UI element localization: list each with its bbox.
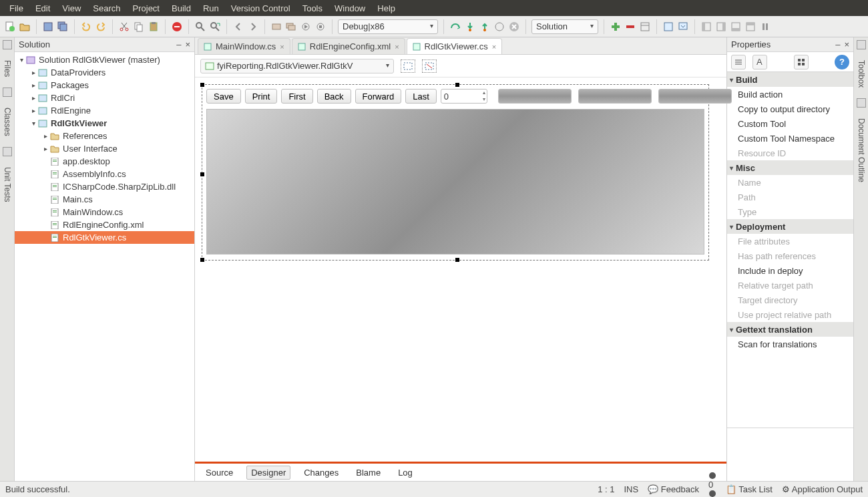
minimize-icon[interactable]: – — [835, 39, 840, 49]
gutter-label-files[interactable]: Files — [3, 59, 12, 78]
tree-node[interactable]: ▸User Interface — [15, 142, 194, 155]
property-row[interactable]: Custom Tool Namespace — [727, 131, 853, 146]
editor-tab[interactable]: RdlGtkViewer.cs× — [407, 38, 503, 54]
property-group-header[interactable]: Misc — [727, 160, 853, 175]
step-into-icon[interactable] — [464, 21, 476, 33]
property-row[interactable]: Use project relative path — [727, 307, 853, 322]
property-row[interactable]: Relative target path — [727, 278, 853, 293]
tree-node[interactable]: ▾RdlGtkViewer — [15, 117, 194, 130]
property-row[interactable]: Type — [727, 204, 853, 219]
gutter-icon[interactable] — [857, 98, 866, 108]
property-group-header[interactable]: Deployment — [727, 219, 853, 234]
new-file-icon[interactable] — [4, 21, 16, 33]
layout-icon[interactable] — [639, 21, 651, 33]
tree-node[interactable]: ▸RdlCri — [15, 92, 194, 104]
property-group-header[interactable]: Build — [727, 72, 853, 87]
close-tab-icon[interactable]: × — [280, 43, 284, 51]
tree-node[interactable]: RdlGtkViewer.cs — [15, 231, 194, 244]
step-over-icon[interactable] — [449, 21, 461, 33]
deselect-icon[interactable] — [422, 59, 437, 73]
menu-version-control[interactable]: Version Control — [226, 1, 296, 15]
run-icon[interactable] — [300, 21, 312, 33]
designer-surface[interactable]: SavePrintFirstBackForwardLast0▴▾ — [195, 77, 726, 462]
bottom-tab-changes[interactable]: Changes — [300, 466, 343, 479]
breadcrumb-combo[interactable]: fyiReporting.RdlGtkViewer.RdlGtkV — [200, 59, 394, 73]
menu-search[interactable]: Search — [87, 1, 126, 15]
menu-project[interactable]: Project — [128, 1, 165, 15]
menu-view[interactable]: View — [57, 1, 86, 15]
bottom-tab-log[interactable]: Log — [394, 466, 417, 479]
gutter-label-document-outline[interactable]: Document Outline — [857, 117, 866, 184]
property-row[interactable]: Include in deploy — [727, 263, 853, 278]
menu-file[interactable]: File — [4, 1, 29, 15]
editor-tab[interactable]: RdlEngineConfig.xml× — [292, 38, 405, 54]
menu-edit[interactable]: Edit — [30, 1, 55, 15]
config-combo[interactable]: Debug|x86 — [338, 19, 438, 34]
bottom-tab-source[interactable]: Source — [202, 466, 237, 479]
property-row[interactable]: Path — [727, 190, 853, 204]
gutter-icon[interactable] — [3, 88, 12, 97]
dock-left-icon[interactable] — [700, 21, 712, 33]
property-row[interactable]: Name — [727, 175, 853, 190]
continue-icon[interactable] — [493, 21, 505, 33]
feedback-button[interactable]: 💬 Feedback — [648, 484, 699, 494]
tree-node[interactable]: ICSharpCode.SharpZipLib.dll — [15, 180, 194, 193]
resize-handle[interactable] — [200, 172, 204, 176]
resize-handle[interactable] — [200, 258, 204, 262]
gutter-icon[interactable] — [3, 40, 12, 49]
categorized-icon[interactable] — [731, 55, 746, 69]
copy-icon[interactable] — [133, 21, 145, 33]
forward-button[interactable]: Forward — [355, 89, 402, 104]
save-button[interactable]: Save — [206, 89, 241, 104]
debug-icon[interactable] — [314, 21, 327, 33]
window-icon[interactable] — [662, 21, 674, 33]
solution-tree[interactable]: ▾Solution RdlGtkViewer (master)▸DataProv… — [15, 52, 194, 481]
close-icon[interactable]: × — [185, 39, 190, 49]
redo-icon[interactable] — [95, 21, 107, 33]
back-button[interactable]: Back — [317, 89, 351, 104]
replace-icon[interactable] — [209, 21, 221, 33]
blank-button[interactable] — [658, 89, 732, 104]
gutter-icon[interactable] — [857, 40, 866, 49]
bottom-tab-blame[interactable]: Blame — [352, 466, 385, 479]
grid-icon[interactable] — [794, 55, 809, 69]
tree-node[interactable]: ▸RdlEngine — [15, 104, 194, 117]
cut-icon[interactable] — [118, 21, 130, 33]
editor-tab[interactable]: MainWindow.cs× — [198, 38, 290, 54]
resize-handle[interactable] — [455, 258, 459, 262]
blank-button[interactable] — [498, 89, 572, 104]
dropdown-icon[interactable] — [677, 21, 689, 33]
nav-fwd-icon[interactable] — [247, 21, 259, 33]
menu-window[interactable]: Window — [329, 1, 371, 15]
nav-back-icon[interactable] — [232, 21, 244, 33]
menu-build[interactable]: Build — [166, 1, 196, 15]
gutter-icon[interactable] — [3, 147, 12, 156]
dock-right-icon[interactable] — [715, 21, 727, 33]
select-all-icon[interactable] — [401, 59, 415, 73]
designer-canvas[interactable]: SavePrintFirstBackForwardLast0▴▾ — [202, 84, 709, 261]
property-row[interactable]: Resource ID — [727, 146, 853, 160]
errors-warnings[interactable]: 0 0 — [708, 472, 716, 498]
property-row[interactable]: Has path references — [727, 248, 853, 263]
property-group-header[interactable]: Gettext translation — [727, 322, 853, 337]
tree-node[interactable]: MainWindow.cs — [15, 206, 194, 218]
first-button[interactable]: First — [281, 89, 312, 104]
tree-node[interactable]: AssemblyInfo.cs — [15, 168, 194, 180]
undo-icon[interactable] — [80, 21, 92, 33]
solution-root[interactable]: ▾Solution RdlGtkViewer (master) — [15, 53, 194, 66]
tree-node[interactable]: app.desktop — [15, 155, 194, 168]
remove-icon[interactable] — [624, 21, 636, 33]
dock-top-icon[interactable] — [744, 21, 756, 33]
build-icon[interactable] — [270, 21, 282, 33]
tree-node[interactable]: ▸Packages — [15, 79, 194, 92]
close-tab-icon[interactable]: × — [492, 43, 496, 51]
gutter-label-unit-tests[interactable]: Unit Tests — [3, 166, 12, 203]
step-out-icon[interactable] — [479, 21, 491, 33]
bottom-tab-designer[interactable]: Designer — [246, 466, 290, 480]
alphabetical-icon[interactable]: A — [752, 55, 767, 69]
gutter-label-classes[interactable]: Classes — [3, 106, 12, 138]
find-icon[interactable] — [194, 21, 206, 33]
property-row[interactable]: Build action — [727, 87, 853, 102]
add-icon[interactable] — [610, 21, 622, 33]
application-output-button[interactable]: ⚙ Application Output — [782, 484, 863, 494]
